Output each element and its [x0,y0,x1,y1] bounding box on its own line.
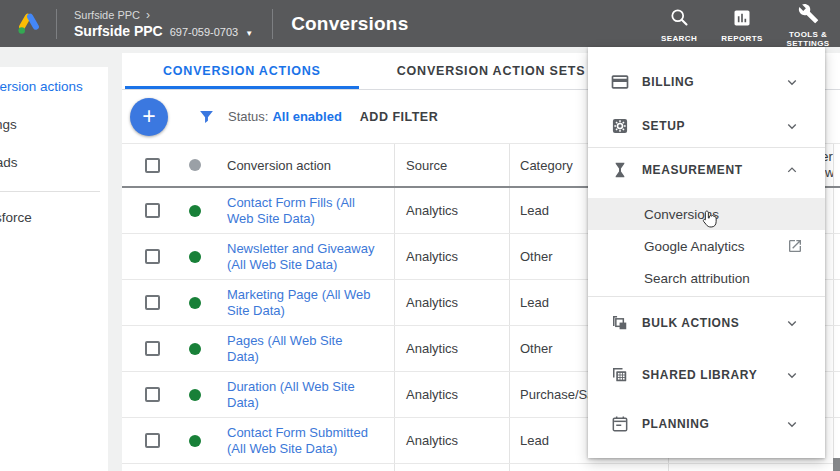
menu-item-setup[interactable]: SETUP [588,105,825,147]
billing-icon [610,72,630,92]
row-checkbox[interactable] [145,249,160,264]
table-edge [833,280,840,325]
table-row-partial [122,464,840,471]
measurement-icon [610,160,630,180]
menu-item-label: MEASUREMENT [642,163,775,178]
tools-settings-button[interactable]: TOOLS & SETTINGS [780,0,836,48]
source-cell: Analytics [406,203,458,218]
chevron-down-icon [783,314,801,332]
menu-item-shared-library[interactable]: SHARED LIBRARY [588,349,825,401]
add-conversion-button[interactable]: + [130,98,168,136]
menu-item-conversions[interactable]: Conversions [588,198,825,230]
wrench-icon [798,3,819,28]
google-ads-logo-icon [16,10,43,37]
table-edge [833,144,840,186]
table-edge [833,372,840,417]
row-checkbox[interactable] [145,295,160,310]
conversion-action-link[interactable]: Newsletter and Giveaway (All Web Site Da… [227,241,376,273]
topbar-divider [272,9,273,39]
status-dot-enabled [189,435,201,447]
status-dot-enabled [189,297,201,309]
google-ads-app: Surfside PPC› Surfside PPC 697-059-0703 … [0,0,840,471]
external-link-icon [787,238,803,254]
plus-icon: + [142,98,155,134]
search-label: SEARCH [661,34,697,43]
reports-button[interactable]: REPORTS [717,5,767,43]
topbar-nav: SEARCH REPORTS TOOLS & SETTINGS [654,0,836,47]
breadcrumb-account: Surfside PPC [74,9,140,21]
menu-subitem-label: Conversions [644,207,803,222]
topbar-divider [56,9,57,39]
menu-sublist: ConversionsGoogle AnalyticsSearch attrib… [588,192,825,296]
shared-library-icon [610,365,630,385]
scrollbar-fragment[interactable] [833,458,840,471]
menu-item-billing[interactable]: BILLING [588,59,825,105]
menu-item-planning[interactable]: PLANNING [588,401,825,447]
filter-icon[interactable] [198,108,215,125]
conversion-action-link[interactable]: Marketing Page (All Web Site Data) [227,287,376,319]
sidebar-item-salesforce[interactable]: Salesforce [0,198,108,236]
menu-item-google-analytics[interactable]: Google Analytics [588,230,825,262]
menu-item-label: PLANNING [642,417,775,432]
table-edge [833,188,840,233]
tab-conversion-actions[interactable]: CONVERSION ACTIONS [125,53,359,89]
sidebar-item-conversion-actions[interactable]: Conversion actions [0,67,108,105]
status-value: All enabled [272,109,341,124]
account-id: 697-059-0703 [170,27,239,38]
account-block: Surfside PPC› Surfside PPC 697-059-0703 … [74,9,253,38]
status-filter-chip[interactable]: Status:All enabled [228,109,342,124]
account-name: Surfside PPC [74,24,163,38]
conversion-action-link[interactable]: Duration (All Web Site Data) [227,379,376,411]
category-cell: Other [520,249,553,264]
status-dot-enabled [189,251,201,263]
chevron-down-icon [783,73,801,91]
search-button[interactable]: SEARCH [654,4,704,43]
row-checkbox[interactable] [145,341,160,356]
menu-item-bulk-actions[interactable]: BULK ACTIONS [588,297,825,349]
source-cell: Analytics [406,341,458,356]
menu-item-label: BILLING [642,75,775,90]
status-dot-enabled [189,343,201,355]
chevron-right-icon: › [146,8,150,22]
conversion-action-link[interactable]: Contact Form Fills (All Web Site Data) [227,195,376,227]
breadcrumb[interactable]: Surfside PPC› [74,9,253,21]
select-all-checkbox[interactable] [145,158,160,173]
add-filter-button[interactable]: ADD FILTER [360,110,438,124]
source-cell: Analytics [406,387,458,402]
reports-label: REPORTS [721,34,762,43]
sidebar-item-label: Conversion actions [0,79,83,94]
menu-subitem-label: Search attribution [644,271,803,286]
conversion-action-link[interactable]: Contact Form Submitted (All Web Site Dat… [227,425,376,457]
planning-icon [610,414,630,434]
sidebar-item-label: Uploads [0,155,18,170]
google-ads-logo[interactable] [16,10,43,37]
menu-item-measurement[interactable]: MEASUREMENT [588,148,825,192]
account-selector[interactable]: Surfside PPC 697-059-0703 ▼ [74,24,253,38]
table-edge [833,418,840,463]
tools-settings-menu: BILLINGSETUPMEASUREMENTConversionsGoogle… [588,47,825,458]
tab-conversion-action-sets[interactable]: CONVERSION ACTION SETS [359,53,624,89]
sidebar-item-uploads[interactable]: Uploads [0,143,108,181]
menu-item-search-attribution[interactable]: Search attribution [588,262,825,294]
menu-item-label: SETUP [642,119,775,134]
row-checkbox[interactable] [145,387,160,402]
chevron-down-icon [783,366,801,384]
reports-icon [732,8,752,32]
source-cell: Analytics [406,295,458,310]
row-checkbox[interactable] [145,433,160,448]
table-edge [833,326,840,371]
column-header-conversion-action[interactable]: Conversion action [214,144,394,186]
source-cell: Analytics [406,249,458,264]
topbar: Surfside PPC› Surfside PPC 697-059-0703 … [0,0,840,47]
menu-item-label: BULK ACTIONS [642,316,775,331]
sidebar-item-settings[interactable]: Settings [0,105,108,143]
sidebar-item-label: Settings [0,117,17,132]
chevron-up-icon [783,161,801,179]
conversion-action-link[interactable]: Pages (All Web Site Data) [227,333,376,365]
column-header-source[interactable]: Source [394,144,509,186]
category-cell: Lead [520,433,549,448]
row-checkbox[interactable] [145,203,160,218]
page-title: Conversions [291,13,408,35]
category-cell: Lead [520,295,549,310]
status-dot-enabled [189,389,201,401]
